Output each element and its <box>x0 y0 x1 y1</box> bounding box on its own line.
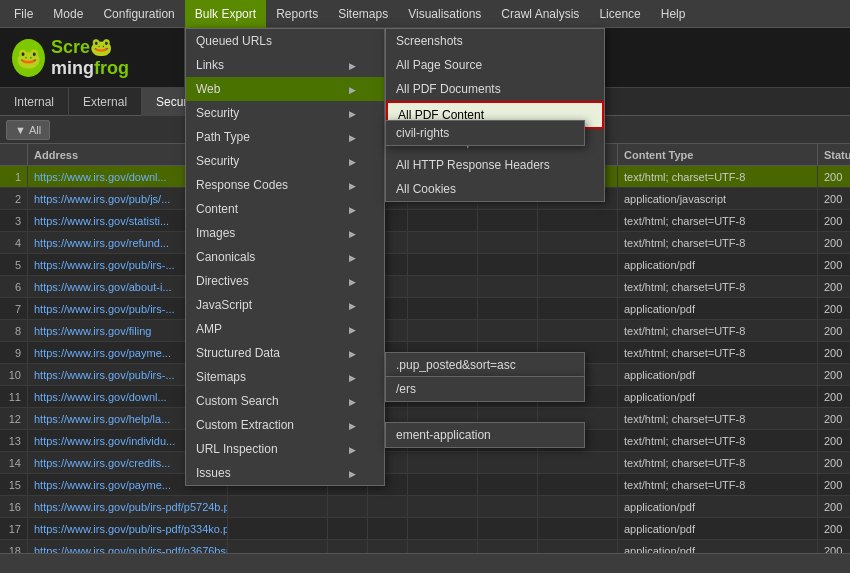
cell-content <box>408 254 478 275</box>
tab-external[interactable]: External <box>69 88 142 116</box>
cell-images <box>478 276 538 297</box>
menu-security-2[interactable]: Security <box>186 149 384 173</box>
menu-visualisations[interactable]: Visualisations <box>398 0 491 28</box>
sub-all-cookies[interactable]: All Cookies <box>386 177 604 201</box>
sub-civil-rights[interactable]: civil-rights <box>386 121 584 145</box>
cell-status-code: 200 <box>818 540 850 553</box>
menu-canonicals[interactable]: Canonicals <box>186 245 384 269</box>
menu-response-codes[interactable]: Response Codes <box>186 173 384 197</box>
cell-status-code: 200 <box>818 452 850 473</box>
sub-screenshots[interactable]: Screenshots <box>386 29 604 53</box>
structured-data-arrow <box>349 346 356 360</box>
cell-num: 11 <box>0 386 28 407</box>
menu-configuration[interactable]: Configuration <box>93 0 184 28</box>
content-arrow <box>349 202 356 216</box>
menu-reports[interactable]: Reports <box>266 0 328 28</box>
cell-images <box>478 518 538 539</box>
menu-mode[interactable]: Mode <box>43 0 93 28</box>
menu-help[interactable]: Help <box>651 0 696 28</box>
filter-icon: ▼ <box>15 124 26 136</box>
cell-num: 2 <box>0 188 28 209</box>
cell-h1 <box>328 518 368 539</box>
table-row[interactable]: 7 https://www.irs.gov/pub/irs-... applic… <box>0 298 850 320</box>
menu-sitemaps[interactable]: Sitemaps <box>328 0 398 28</box>
cell-images <box>478 540 538 553</box>
cell-content-type: application/pdf <box>618 540 818 553</box>
menu-bulk-export[interactable]: Bulk Export <box>185 0 266 28</box>
cell-h1 <box>328 496 368 517</box>
menu-path-type[interactable]: Path Type <box>186 125 384 149</box>
sub-all-http-response-headers[interactable]: All HTTP Response Headers <box>386 153 604 177</box>
sub-all-page-source[interactable]: All Page Source <box>386 53 604 77</box>
menu-javascript[interactable]: JavaScript <box>186 293 384 317</box>
cell-content <box>408 210 478 231</box>
menu-amp[interactable]: AMP <box>186 317 384 341</box>
custom-extraction-arrow <box>349 418 356 432</box>
cell-content-type: text/html; charset=UTF-8 <box>618 452 818 473</box>
table-row[interactable]: 8 https://www.irs.gov/filing text/html; … <box>0 320 850 342</box>
sub-ement-application[interactable]: ement-application <box>386 423 584 447</box>
menu-queued-urls[interactable]: Queued URLs <box>186 29 384 53</box>
menu-links[interactable]: Links <box>186 53 384 77</box>
menu-images[interactable]: Images <box>186 221 384 245</box>
cell-num: 17 <box>0 518 28 539</box>
table-row[interactable]: 6 https://www.irs.gov/about-i... text/ht… <box>0 276 850 298</box>
menu-issues[interactable]: Issues <box>186 461 384 485</box>
table-row[interactable]: 16 https://www.irs.gov/pub/irs-pdf/p5724… <box>0 496 850 518</box>
col-content-type: Content Type <box>618 144 818 165</box>
table-row[interactable]: 3 https://www.irs.gov/statisti... text/h… <box>0 210 850 232</box>
cell-h2 <box>368 540 408 553</box>
cell-num: 14 <box>0 452 28 473</box>
cell-canonicals <box>538 452 618 473</box>
menu-directives[interactable]: Directives <box>186 269 384 293</box>
table-row[interactable]: 18 https://www.irs.gov/pub/irs-pdf/p3676… <box>0 540 850 553</box>
table-row[interactable]: 4 https://www.irs.gov/refund... text/htm… <box>0 232 850 254</box>
cell-content <box>408 540 478 553</box>
filter-dropdown[interactable]: ▼ All <box>6 120 50 140</box>
menu-custom-extraction[interactable]: Custom Extraction <box>186 413 384 437</box>
cell-content-type: application/javascript <box>618 188 818 209</box>
sub-ers[interactable]: /ers <box>386 377 584 401</box>
table-row[interactable]: 15 https://www.irs.gov/payme... text/htm… <box>0 474 850 496</box>
cell-content <box>408 298 478 319</box>
menu-security-1[interactable]: Security <box>186 101 384 125</box>
cell-content <box>408 320 478 341</box>
cell-canonicals <box>538 232 618 253</box>
sub-pup-posted[interactable]: .pup_posted&sort=asc <box>386 353 584 377</box>
cell-status-code: 200 <box>818 386 850 407</box>
directives-arrow <box>349 274 356 288</box>
cell-num: 10 <box>0 364 28 385</box>
table-row[interactable]: 5 https://www.irs.gov/pub/irs-... applic… <box>0 254 850 276</box>
cell-content-type: text/html; charset=UTF-8 <box>618 276 818 297</box>
cell-content-type: text/html; charset=UTF-8 <box>618 210 818 231</box>
menu-content[interactable]: Content <box>186 197 384 221</box>
cell-status-code: 200 <box>818 408 850 429</box>
menu-url-inspection[interactable]: URL Inspection <box>186 437 384 461</box>
cell-canonicals <box>538 496 618 517</box>
menu-crawl-analysis[interactable]: Crawl Analysis <box>491 0 589 28</box>
cell-content-type: application/pdf <box>618 298 818 319</box>
cell-canonicals <box>538 298 618 319</box>
menu-custom-search[interactable]: Custom Search <box>186 389 384 413</box>
menu-sitemaps[interactable]: Sitemaps <box>186 365 384 389</box>
menu-web[interactable]: Web <box>186 77 384 101</box>
canonicals-arrow <box>349 250 356 264</box>
sub-all-pdf-documents[interactable]: All PDF Documents <box>386 77 604 101</box>
cell-canonicals <box>538 254 618 275</box>
cell-status-code: 200 <box>818 276 850 297</box>
cell-status-code: 200 <box>818 188 850 209</box>
menu-licence[interactable]: Licence <box>589 0 650 28</box>
table-row[interactable]: 14 https://www.irs.gov/credits... text/h… <box>0 452 850 474</box>
cell-images <box>478 496 538 517</box>
web-submenu: Screenshots All Page Source All PDF Docu… <box>385 28 605 202</box>
menu-file[interactable]: File <box>4 0 43 28</box>
col-num <box>0 144 28 165</box>
logo-icon: 🐸 <box>12 39 45 77</box>
cell-content-type: text/html; charset=UTF-8 <box>618 408 818 429</box>
custom-search-submenu: .pup_posted&sort=asc <box>385 352 585 378</box>
table-row[interactable]: 17 https://www.irs.gov/pub/irs-pdf/p334k… <box>0 518 850 540</box>
cell-num: 6 <box>0 276 28 297</box>
menu-structured-data[interactable]: Structured Data <box>186 341 384 365</box>
tab-internal[interactable]: Internal <box>0 88 69 116</box>
web-arrow <box>349 82 356 96</box>
